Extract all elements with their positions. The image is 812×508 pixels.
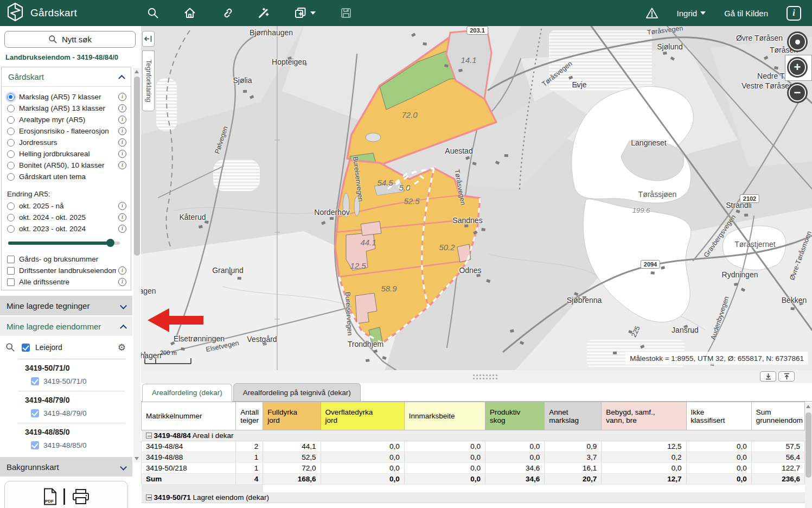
radio-input[interactable] [7, 105, 15, 112]
scrollbar-thumb[interactable] [134, 77, 140, 256]
user-menu[interactable]: Ingrid [677, 9, 706, 18]
panel-resize-strip[interactable] [141, 370, 812, 383]
create-pdf-button[interactable]: PDF Lag pdf for utskrift / lagring [4, 481, 128, 508]
tab-arealfordeling[interactable]: Arealfordeling (dekar) [142, 384, 232, 402]
info-button[interactable]: i [787, 6, 801, 21]
info-icon[interactable]: i [118, 225, 126, 233]
red-arrow-annotation [146, 307, 206, 334]
radio-input[interactable] [7, 173, 15, 181]
radio-input[interactable] [7, 225, 15, 233]
kilden-link[interactable]: Gå til Kilden [724, 9, 768, 18]
add-layer-icon[interactable] [294, 7, 307, 20]
saved-property-list: 3419-50/71/03419-50/71/03419-48/79/03419… [0, 359, 132, 452]
radio-input[interactable] [7, 162, 15, 169]
theme-radio-option[interactable]: Gårdskart uten tema [7, 171, 126, 182]
info-icon[interactable]: i [118, 213, 126, 221]
share-link-icon[interactable] [220, 7, 233, 20]
checkbox-input[interactable] [7, 256, 15, 263]
property-checkbox[interactable] [31, 377, 39, 385]
scroll-up-icon[interactable] [806, 405, 810, 408]
overlay-checkbox-option[interactable]: Alle driftssentrei [7, 276, 126, 288]
overlay-checkbox-option[interactable]: Gårds- og bruksnummer [7, 253, 126, 265]
info-icon[interactable]: i [118, 150, 126, 158]
theme-radio-option[interactable]: Jordressursi [7, 137, 126, 148]
expand-panel-button[interactable] [778, 371, 795, 382]
sidebar-scrollbar[interactable] [133, 68, 140, 462]
info-icon[interactable]: i [118, 138, 126, 147]
map-status-bar: Målestokk = 1:8955, UTM 32, Ø: 655817, N… [625, 352, 808, 365]
add-layer-caret-icon[interactable] [310, 11, 316, 15]
property-title: 3419-50/71/0 [0, 364, 132, 374]
tegninger-label: Mine lagrede tegninger [7, 301, 89, 310]
home-icon[interactable] [183, 7, 196, 20]
info-icon[interactable]: i [118, 202, 126, 210]
slider-knob[interactable] [106, 239, 114, 247]
radio-input[interactable] [7, 139, 15, 147]
zoom-in-button[interactable]: + [787, 57, 808, 78]
property-checkbox[interactable] [31, 441, 39, 449]
info-icon[interactable]: i [118, 116, 126, 124]
radio-input[interactable] [7, 116, 15, 124]
info-icon[interactable]: i [118, 266, 126, 275]
theme-radio-option[interactable]: Markslag (AR5) 7 klasseri [7, 91, 126, 103]
theme-radio-option[interactable]: Helling jordbruksareali [7, 148, 126, 160]
theme-radio-option[interactable]: Markslag (AR5) 13 klasseri [7, 103, 126, 114]
new-search-button[interactable]: Nytt søk [4, 31, 136, 48]
saved-property-group: 3419-48/79/03419-48/79/0 [0, 391, 132, 423]
endring-radio-option[interactable]: okt. 2024 - okt. 2025i [7, 212, 126, 223]
time-slider[interactable] [8, 239, 120, 247]
option-label: okt. 2025 - nå [19, 202, 116, 210]
collapse-group-icon[interactable] [146, 433, 152, 439]
warning-icon[interactable] [645, 7, 658, 20]
theme-radio-option[interactable]: Erosjonsrisiko - flateerosjoni [7, 125, 126, 137]
scroll-down-icon[interactable] [135, 457, 139, 460]
property-item: 3419-48/79/0 [0, 407, 132, 420]
leiejord-row: Leiejord ⚙ [0, 336, 132, 359]
table-scrollbar[interactable] [805, 403, 812, 508]
theme-radio-option[interactable]: Arealtype myr (AR5)i [7, 114, 126, 125]
saved-property-group: 3419-48/85/03419-48/85/0 [0, 423, 132, 452]
scale-bar: 200 m [145, 350, 194, 364]
search-icon[interactable] [5, 342, 15, 352]
sidebar-collapse-button[interactable] [142, 31, 155, 47]
radio-input[interactable] [7, 214, 15, 221]
radio-input[interactable] [7, 93, 15, 101]
endring-radio-option[interactable]: okt. 2025 - nåi [7, 200, 126, 212]
property-checkbox[interactable] [31, 409, 39, 417]
tegninger-section-header[interactable]: Mine lagrede tegninger [0, 296, 132, 315]
search-icon[interactable] [146, 7, 159, 20]
gear-icon[interactable]: ⚙ [118, 342, 126, 353]
locate-button[interactable] [787, 31, 808, 52]
radio-input[interactable] [7, 202, 15, 210]
save-icon[interactable] [340, 7, 353, 20]
radio-input[interactable] [7, 150, 15, 158]
collapse-panel-button[interactable] [760, 371, 776, 382]
draw-tools-icon[interactable] [257, 7, 270, 20]
drag-handle[interactable] [473, 374, 497, 379]
column-header: Matrikkelnummer [142, 402, 236, 430]
gardskart-panel-header[interactable]: Gårdskart [2, 67, 131, 87]
radio-input[interactable] [7, 128, 15, 135]
info-icon[interactable]: i [118, 278, 126, 286]
theme-radio-option[interactable]: Bonitet (AR50), 10 klasseri [7, 160, 126, 171]
zoom-out-button[interactable]: − [787, 82, 808, 103]
checkbox-input[interactable] [7, 278, 15, 286]
eiendommer-section-header[interactable]: Mine lagrede eiendommer [0, 316, 132, 336]
info-icon[interactable]: i [118, 93, 126, 101]
endring-radio-option[interactable]: okt. 2023 - okt. 2024i [7, 223, 126, 234]
tab-arealfordeling-teigniva[interactable]: Arealfordeling på teignivå (dekar) [233, 383, 361, 401]
info-icon[interactable]: i [118, 127, 126, 135]
legend-tab[interactable]: Tegnforklaring [142, 50, 155, 111]
checkbox-input[interactable] [7, 267, 15, 275]
scrollbar-thumb[interactable] [805, 412, 811, 478]
leiejord-checkbox[interactable] [22, 344, 30, 352]
scroll-up-icon[interactable] [135, 70, 139, 73]
collapse-group-icon[interactable] [146, 494, 152, 500]
info-icon[interactable]: i [118, 161, 126, 169]
user-name: Ingrid [677, 9, 698, 18]
info-icon[interactable]: i [118, 104, 126, 112]
map-canvas[interactable]: BjørnhaugenHopteigenSjøliaKåterudGranlun… [141, 26, 812, 370]
bakgrunnskart-section-header[interactable]: Bakgrunnskart [0, 457, 132, 477]
app-logo[interactable]: Gårdskart [0, 2, 146, 24]
overlay-checkbox-option[interactable]: Driftssenter landbrukseiendomi [7, 265, 126, 276]
